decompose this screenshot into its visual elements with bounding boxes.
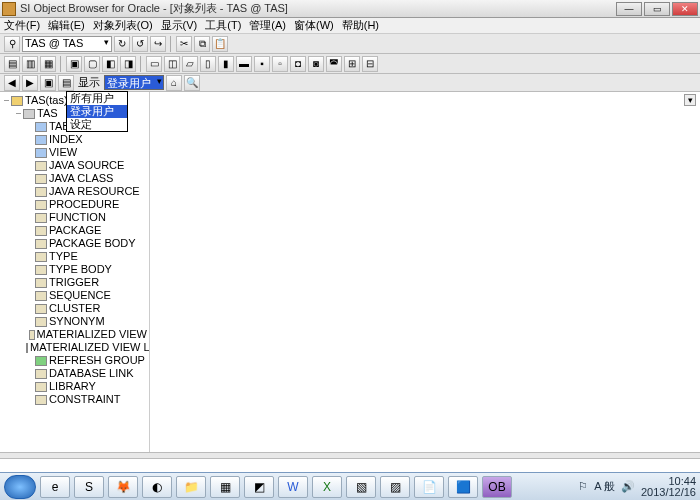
filter-btn-1[interactable]: ◀	[4, 75, 20, 91]
menu-window[interactable]: 窗体(W)	[294, 18, 334, 33]
task-chrome-icon[interactable]: ◐	[142, 476, 172, 498]
tree-item-label: CONSTRAINT	[49, 393, 121, 406]
tree-item[interactable]: PACKAGE BODY	[26, 237, 147, 250]
tree-item[interactable]: JAVA CLASS	[26, 172, 147, 185]
tree-item[interactable]: CLUSTER	[26, 302, 147, 315]
task-explorer-icon[interactable]: 📁	[176, 476, 206, 498]
tree-item[interactable]: SYNONYM	[26, 315, 147, 328]
filter-search-icon[interactable]: 🔍	[184, 75, 200, 91]
tb2-btn-2[interactable]: ▥	[22, 56, 38, 72]
filter-btn-4[interactable]: ▤	[58, 75, 74, 91]
filter-option-all[interactable]: 所有用户	[67, 92, 127, 105]
connect-icon[interactable]: ⚲	[4, 36, 20, 52]
task-app2-icon[interactable]: ◩	[244, 476, 274, 498]
task-siob-icon[interactable]: 🟦	[448, 476, 478, 498]
tree-item[interactable]: LIBRARY	[26, 380, 147, 393]
history-icon[interactable]: ↪	[150, 36, 166, 52]
object-type-icon	[26, 343, 28, 353]
tree-item[interactable]: DATABASE LINK	[26, 367, 147, 380]
menu-file[interactable]: 文件(F)	[4, 18, 40, 33]
tree-item[interactable]: MATERIALIZED VIEW LOG	[26, 341, 147, 354]
tb2-btn-3[interactable]: ▦	[40, 56, 56, 72]
copy-icon[interactable]: ⧉	[194, 36, 210, 52]
tb2-btn-1[interactable]: ▤	[4, 56, 20, 72]
tree-item[interactable]: REFRESH GROUP	[26, 354, 147, 367]
filter-home-icon[interactable]: ⌂	[166, 75, 182, 91]
tree-item[interactable]: INDEX	[26, 133, 147, 146]
filter-btn-3[interactable]: ▣	[40, 75, 56, 91]
tb2-btn-10[interactable]: ▱	[182, 56, 198, 72]
stop-icon[interactable]: ↺	[132, 36, 148, 52]
task-app4-icon[interactable]: ▨	[380, 476, 410, 498]
tb2-btn-8[interactable]: ▭	[146, 56, 162, 72]
refresh-icon[interactable]: ↻	[114, 36, 130, 52]
tree-item[interactable]: VIEW	[26, 146, 147, 159]
tb2-btn-17[interactable]: ◙	[308, 56, 324, 72]
tree-item[interactable]: TRIGGER	[26, 276, 147, 289]
task-app5-icon[interactable]: OB	[482, 476, 512, 498]
tree-item[interactable]: FUNCTION	[26, 211, 147, 224]
menu-tools[interactable]: 工具(T)	[205, 18, 241, 33]
tb2-btn-12[interactable]: ▮	[218, 56, 234, 72]
tb2-btn-15[interactable]: ▫	[272, 56, 288, 72]
paste-icon[interactable]: 📋	[212, 36, 228, 52]
task-app1-icon[interactable]: ▦	[210, 476, 240, 498]
task-word-icon[interactable]: W	[278, 476, 308, 498]
tree-item[interactable]: TYPE BODY	[26, 263, 147, 276]
connection-combo[interactable]: TAS @ TAS	[22, 36, 112, 52]
tb2-btn-13[interactable]: ▬	[236, 56, 252, 72]
tb2-btn-20[interactable]: ⊟	[362, 56, 378, 72]
tb2-btn-7[interactable]: ◨	[120, 56, 136, 72]
tb2-btn-4[interactable]: ▣	[66, 56, 82, 72]
maximize-button[interactable]: ▭	[644, 2, 670, 16]
content-pane: ▾	[150, 92, 700, 452]
object-type-icon	[35, 395, 47, 405]
tree-item[interactable]: JAVA SOURCE	[26, 159, 147, 172]
tray-clock[interactable]: 10:44 2013/12/16	[641, 476, 696, 498]
tb2-btn-5[interactable]: ▢	[84, 56, 100, 72]
tree-schema-label: TAS	[37, 107, 58, 120]
tb2-btn-18[interactable]: ◚	[326, 56, 342, 72]
tree-item-label: FUNCTION	[49, 211, 106, 224]
tree-item[interactable]: TYPE	[26, 250, 147, 263]
menu-help[interactable]: 帮助(H)	[342, 18, 379, 33]
tb2-btn-19[interactable]: ⊞	[344, 56, 360, 72]
menu-view[interactable]: 显示(V)	[161, 18, 198, 33]
user-filter-combo[interactable]: 登录用户	[104, 75, 164, 90]
tree-item[interactable]: SEQUENCE	[26, 289, 147, 302]
object-tree[interactable]: –TAS(tas) –TAS TABLEINDEXVIEWJAVA SOURCE…	[2, 94, 147, 406]
filter-btn-2[interactable]: ▶	[22, 75, 38, 91]
tb2-btn-9[interactable]: ◫	[164, 56, 180, 72]
task-notepad-icon[interactable]: 📄	[414, 476, 444, 498]
tree-item-label: LIBRARY	[49, 380, 96, 393]
tree-item[interactable]: PROCEDURE	[26, 198, 147, 211]
task-app3-icon[interactable]: ▧	[346, 476, 376, 498]
menu-objectlist[interactable]: 对象列表(O)	[93, 18, 153, 33]
tb2-btn-6[interactable]: ◧	[102, 56, 118, 72]
tree-item[interactable]: CONSTRAINT	[26, 393, 147, 406]
tray-flag-icon[interactable]: ⚐	[578, 480, 588, 493]
task-excel-icon[interactable]: X	[312, 476, 342, 498]
tree-item[interactable]: MATERIALIZED VIEW	[26, 328, 147, 341]
task-ie-icon[interactable]: e	[40, 476, 70, 498]
filter-option-settings[interactable]: 设定	[67, 118, 127, 131]
task-firefox-icon[interactable]: 🦊	[108, 476, 138, 498]
tree-item[interactable]: PACKAGE	[26, 224, 147, 237]
start-button[interactable]	[4, 475, 36, 499]
object-type-icon	[35, 200, 47, 210]
tray-ime[interactable]: A 般	[594, 479, 615, 494]
filter-option-login[interactable]: 登录用户	[67, 105, 127, 118]
menu-edit[interactable]: 编辑(E)	[48, 18, 85, 33]
tb2-btn-11[interactable]: ▯	[200, 56, 216, 72]
cut-icon[interactable]: ✂	[176, 36, 192, 52]
content-dropdown-icon[interactable]: ▾	[684, 94, 696, 106]
separator	[60, 56, 62, 72]
tb2-btn-16[interactable]: ◘	[290, 56, 306, 72]
menu-manage[interactable]: 管理(A)	[249, 18, 286, 33]
task-sogou-icon[interactable]: S	[74, 476, 104, 498]
tree-item[interactable]: JAVA RESOURCE	[26, 185, 147, 198]
tray-sound-icon[interactable]: 🔊	[621, 480, 635, 493]
minimize-button[interactable]: —	[616, 2, 642, 16]
close-button[interactable]: ✕	[672, 2, 698, 16]
tb2-btn-14[interactable]: ▪	[254, 56, 270, 72]
